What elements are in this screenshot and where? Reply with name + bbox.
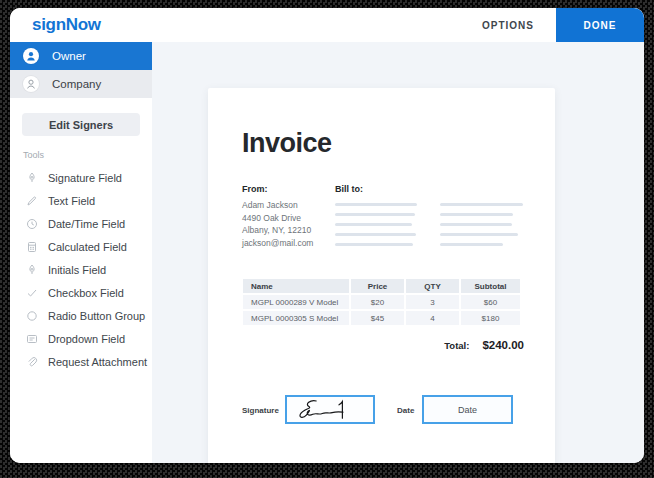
- placeholder-line: [335, 203, 417, 206]
- document-page: Invoice From: Adam Jackson 4490 Oak Driv…: [208, 88, 555, 463]
- company-avatar-icon: [23, 76, 39, 92]
- tool-request-attachment[interactable]: Request Attachment: [10, 350, 152, 373]
- bill-to-placeholder-column: [440, 203, 523, 253]
- edit-signers-button[interactable]: Edit Signers: [22, 113, 140, 136]
- tool-text-field[interactable]: Text Field: [10, 189, 152, 212]
- placeholder-line: [440, 233, 518, 236]
- tool-checkbox-field[interactable]: Checkbox Field: [10, 281, 152, 304]
- from-line: Adam Jackson: [242, 199, 313, 212]
- placeholder-line: [335, 223, 412, 226]
- date-field[interactable]: Date: [422, 395, 513, 424]
- signer-label: Company: [52, 78, 101, 90]
- column-header: Price: [351, 279, 404, 293]
- placeholder-line: [440, 213, 513, 216]
- from-line: Albany, NY, 12210: [242, 224, 313, 237]
- tool-signature-field[interactable]: Signature Field: [10, 166, 152, 189]
- tools-section-label: Tools: [23, 150, 152, 160]
- tool-calculated-field[interactable]: Calculated Field: [10, 235, 152, 258]
- total-label: Total:: [444, 340, 469, 351]
- date-field-value: Date: [458, 405, 477, 415]
- sidebar: Owner Company Edit Signers Tools Signatu…: [10, 42, 152, 463]
- top-bar-actions: OPTIONS DONE: [482, 8, 644, 42]
- signature-field[interactable]: [285, 395, 375, 424]
- placeholder-line: [440, 203, 523, 206]
- signnow-logo: signNow: [32, 15, 101, 35]
- table-cell: 3: [406, 295, 459, 309]
- table-cell: MGPL 0000289 V Model: [243, 295, 349, 309]
- pen-nib-icon: [26, 172, 38, 184]
- options-button[interactable]: OPTIONS: [482, 20, 534, 31]
- table-cell: $20: [351, 295, 404, 309]
- tool-initials-field[interactable]: Initials Field: [10, 258, 152, 281]
- calculator-icon: [26, 241, 38, 253]
- placeholder-line: [335, 213, 415, 216]
- clock-icon: [26, 218, 38, 230]
- column-header: QTY: [406, 279, 459, 293]
- placeholder-line: [335, 243, 413, 246]
- dropdown-icon: [26, 333, 38, 345]
- pen-nib-icon: [26, 264, 38, 276]
- from-address: Adam Jackson 4490 Oak Drive Albany, NY, …: [242, 199, 313, 249]
- bill-to-label: Bill to:: [335, 184, 363, 194]
- paperclip-icon: [26, 356, 38, 368]
- signature-label: Signature: [242, 406, 279, 415]
- from-line: 4490 Oak Drive: [242, 212, 313, 225]
- signer-owner[interactable]: Owner: [10, 42, 152, 70]
- table-cell: $180: [461, 311, 520, 325]
- table-cell: $45: [351, 311, 404, 325]
- column-header: Name: [243, 279, 349, 293]
- app-window: signNow OPTIONS DONE Owner: [10, 8, 644, 463]
- signer-label: Owner: [52, 50, 86, 62]
- from-label: From:: [242, 184, 268, 194]
- signer-company[interactable]: Company: [10, 70, 152, 98]
- checkmark-icon: [26, 287, 38, 299]
- from-line: jackson@mail.com: [242, 237, 313, 250]
- done-button[interactable]: DONE: [556, 8, 644, 42]
- editor-canvas: Invoice From: Adam Jackson 4490 Oak Driv…: [152, 42, 644, 463]
- pencil-icon: [26, 195, 38, 207]
- date-label: Date: [397, 406, 414, 415]
- column-header: Subtotal: [461, 279, 520, 293]
- placeholder-line: [335, 233, 416, 236]
- tool-dropdown-field[interactable]: Dropdown Field: [10, 327, 152, 350]
- document-title: Invoice: [242, 128, 332, 159]
- total-value: $240.00: [482, 339, 524, 351]
- table-cell: MGPL 0000305 S Model: [243, 311, 349, 325]
- placeholder-line: [440, 223, 512, 226]
- total-row: Total: $240.00: [243, 339, 524, 351]
- radio-circle-icon: [26, 310, 38, 322]
- table-cell: $60: [461, 295, 520, 309]
- invoice-table: Name Price QTY Subtotal MGPL 0000289 V M…: [243, 279, 524, 325]
- bill-to-placeholder-column: [335, 203, 417, 253]
- tool-datetime-field[interactable]: Date/Time Field: [10, 212, 152, 235]
- table-cell: 4: [406, 311, 459, 325]
- signature-image: [293, 399, 367, 421]
- owner-avatar-icon: [23, 48, 39, 64]
- tool-radio-button-group[interactable]: Radio Button Group: [10, 304, 152, 327]
- top-bar: signNow OPTIONS DONE: [10, 8, 644, 42]
- placeholder-line: [440, 243, 503, 246]
